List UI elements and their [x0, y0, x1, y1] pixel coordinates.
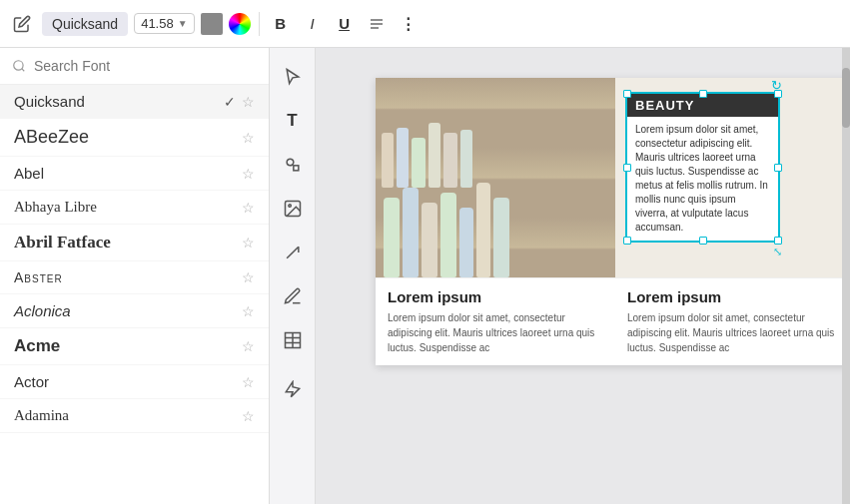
star-icon[interactable]: ☆ [242, 235, 255, 251]
bold-button[interactable]: B [268, 11, 294, 37]
font-size-value: 41.58 [141, 16, 174, 31]
star-icon[interactable]: ☆ [242, 130, 255, 146]
cursor-tool[interactable] [276, 60, 310, 94]
font-name-label: Aclonica [14, 302, 71, 319]
font-name-label: Acme [14, 336, 60, 356]
font-item-acme[interactable]: Acme ☆ [0, 328, 269, 365]
font-size-dropdown-icon[interactable]: ▼ [178, 18, 188, 29]
resize-handle-br[interactable] [774, 237, 782, 245]
font-panel: Quicksand ✓ ☆ ABeeZee ☆ Abel [0, 48, 270, 504]
svg-line-9 [287, 247, 299, 258]
font-item-abhaya[interactable]: Abhaya Libre ☆ [0, 191, 269, 225]
svg-point-3 [14, 61, 23, 70]
font-name-label: Abhaya Libre [14, 199, 97, 216]
italic-button[interactable]: I [300, 11, 326, 37]
svg-line-4 [22, 69, 25, 72]
font-item-aclonica[interactable]: Aclonica ☆ [0, 294, 269, 328]
color-palette[interactable] [229, 13, 251, 35]
font-item-abel[interactable]: Abel ☆ [0, 157, 269, 191]
scale-handle[interactable]: ⤡ [773, 246, 782, 258]
canvas-area[interactable]: ↻ ⤡ BEAUTY Lorem ipsum dolor sit amet, c… [316, 48, 850, 504]
svg-point-5 [287, 159, 294, 166]
right-scrollbar[interactable] [842, 48, 850, 504]
resize-handle-mr[interactable] [774, 164, 782, 172]
star-icon[interactable]: ☆ [242, 408, 255, 424]
font-name-label: Quicksand [14, 93, 85, 110]
text-tool[interactable]: T [276, 104, 310, 138]
scrollbar-thumb[interactable] [842, 68, 850, 128]
svg-rect-6 [293, 166, 298, 171]
resize-handle-ml[interactable] [623, 164, 631, 172]
lorem-right-title: Lorem ipsum [627, 288, 843, 305]
lorem-left-title: Lorem ipsum [388, 288, 603, 305]
image-tool[interactable] [276, 192, 310, 226]
font-list: Quicksand ✓ ☆ ABeeZee ☆ Abel [0, 85, 269, 504]
star-icon[interactable]: ☆ [242, 338, 255, 354]
more-button[interactable]: ⋮ [396, 11, 422, 37]
font-name-label: ABeeZee [14, 127, 89, 148]
color-box[interactable] [201, 13, 223, 35]
font-name-label: Adamina [14, 407, 69, 424]
edit-icon[interactable] [8, 10, 36, 38]
resize-handle-tl[interactable] [623, 90, 631, 98]
table-tool[interactable] [276, 323, 310, 357]
font-name-label: Abril Fatface [14, 233, 111, 252]
star-icon[interactable]: ☆ [242, 303, 255, 319]
pen-tool[interactable] [276, 279, 310, 313]
font-item-adamina[interactable]: Adamina ☆ [0, 399, 269, 433]
font-size-control[interactable]: 41.58 ▼ [134, 13, 194, 34]
star-icon[interactable]: ☆ [242, 200, 255, 216]
star-icon[interactable]: ☆ [242, 269, 255, 285]
font-name-label: Abster [14, 269, 63, 285]
check-icon: ✓ [224, 94, 236, 110]
search-icon [12, 59, 26, 73]
font-search-bar [0, 48, 269, 85]
main-toolbar: Quicksand 41.58 ▼ B I U ⋮ [0, 0, 850, 48]
font-item-abster[interactable]: Abster ☆ [0, 261, 269, 294]
beauty-body[interactable]: Lorem ipsum dolor sit amet, consectetur … [627, 117, 778, 241]
font-item-quicksand[interactable]: Quicksand ✓ ☆ [0, 85, 269, 119]
align-button[interactable] [364, 11, 390, 37]
font-name-label: Actor [14, 373, 49, 390]
lorem-right-body: Lorem ipsum dolor sit amet, consectetur … [627, 310, 843, 355]
font-item-abeezee[interactable]: ABeeZee ☆ [0, 119, 269, 157]
resize-handle-bl[interactable] [623, 237, 631, 245]
text-section-right: Lorem ipsum Lorem ipsum dolor sit amet, … [615, 278, 850, 365]
star-icon[interactable]: ☆ [242, 94, 255, 110]
font-item-actor[interactable]: Actor ☆ [0, 365, 269, 399]
underline-button[interactable]: U [332, 11, 358, 37]
rotate-handle[interactable]: ↻ [771, 78, 782, 93]
canvas-image-left [376, 78, 615, 277]
star-icon[interactable]: ☆ [242, 374, 255, 390]
beauty-text-box-wrapper[interactable]: ↻ ⤡ BEAUTY Lorem ipsum dolor sit amet, c… [625, 92, 780, 243]
text-section-left: Lorem ipsum Lorem ipsum dolor sit amet, … [376, 278, 615, 365]
font-name-label: Abel [14, 165, 44, 182]
tools-panel: T [270, 48, 316, 504]
resize-handle-bm[interactable] [699, 237, 707, 245]
shape-tool[interactable] [276, 148, 310, 182]
resize-handle-tm[interactable] [699, 90, 707, 98]
svg-point-8 [288, 205, 291, 208]
search-input[interactable] [34, 58, 257, 74]
draw-tool[interactable] [276, 236, 310, 269]
canvas-right-col: ↻ ⤡ BEAUTY Lorem ipsum dolor sit amet, c… [615, 78, 850, 277]
beauty-text-box[interactable]: ↻ ⤡ BEAUTY Lorem ipsum dolor sit amet, c… [625, 92, 780, 243]
lorem-left-body: Lorem ipsum dolor sit amet, consectetur … [388, 310, 603, 355]
font-item-abril[interactable]: Abril Fatface ☆ [0, 225, 269, 261]
main-area: Quicksand ✓ ☆ ABeeZee ☆ Abel [0, 48, 850, 504]
fill-tool[interactable] [276, 373, 310, 407]
star-icon[interactable]: ☆ [242, 166, 255, 182]
separator-1 [259, 12, 260, 36]
font-name-button[interactable]: Quicksand [42, 12, 128, 36]
